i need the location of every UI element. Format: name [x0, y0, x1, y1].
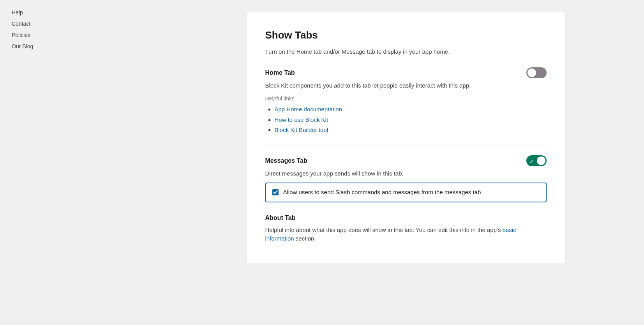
slash-commands-label: Allow users to send Slash commands and m… [283, 188, 481, 197]
helpful-links-label: Helpful links [265, 95, 547, 103]
helpful-links-list: App Home documentation How to use Block … [265, 105, 547, 135]
sidebar-link-contact[interactable]: Contact [12, 19, 156, 29]
card-title: Show Tabs [265, 28, 547, 43]
home-tab-toggle-slider [526, 67, 547, 78]
home-tab-label: Home Tab [265, 68, 295, 77]
about-tab-description: Helpful info about what this app does wi… [265, 226, 547, 243]
about-tab-section: About Tab Helpful info about what this a… [265, 213, 547, 243]
messages-tab-header: Messages Tab ✓ [265, 155, 547, 166]
messages-tab-toggle[interactable]: ✓ [526, 155, 547, 166]
about-tab-desc-part1: Helpful info about what this app does wi… [265, 227, 503, 233]
card-description: Turn on the Home tab and/or Message tab … [265, 47, 547, 56]
slash-commands-checkbox-row: Allow users to send Slash commands and m… [265, 183, 547, 202]
messages-tab-section: Messages Tab ✓ Direct messages your app … [265, 155, 547, 202]
home-tab-description: Block Kit components you add to this tab… [265, 81, 547, 90]
home-tab-section: Home Tab Block Kit components you add to… [265, 67, 547, 135]
how-to-block-kit-link[interactable]: How to use Block Kit [275, 116, 328, 123]
home-tab-header: Home Tab [265, 67, 547, 78]
app-home-docs-link[interactable]: App Home documentation [275, 106, 342, 112]
link-item-app-home-docs: App Home documentation [275, 105, 547, 114]
page-layout: Help Contact Policies Our Blog Show Tabs… [0, 0, 644, 325]
home-tab-toggle[interactable] [526, 67, 547, 78]
main-content: Show Tabs Turn on the Home tab and/or Me… [168, 0, 644, 325]
sidebar: Help Contact Policies Our Blog [0, 0, 168, 325]
messages-tab-toggle-slider [526, 155, 547, 166]
messages-tab-description: Direct messages your app sends will show… [265, 169, 547, 178]
slash-commands-checkbox[interactable] [272, 189, 279, 195]
sidebar-link-blog[interactable]: Our Blog [12, 42, 156, 51]
about-tab-label: About Tab [265, 213, 547, 223]
sidebar-link-policies[interactable]: Policies [12, 30, 156, 40]
about-tab-desc-part2: section. [294, 235, 316, 242]
messages-tab-label: Messages Tab [265, 156, 307, 165]
link-item-block-kit-builder: Block Kit Builder tool [275, 126, 547, 135]
block-kit-builder-link[interactable]: Block Kit Builder tool [275, 126, 328, 133]
sidebar-link-help[interactable]: Help [12, 8, 156, 18]
link-item-how-to-block-kit: How to use Block Kit [275, 116, 547, 125]
divider-1 [265, 146, 547, 146]
show-tabs-card: Show Tabs Turn on the Home tab and/or Me… [246, 12, 566, 264]
